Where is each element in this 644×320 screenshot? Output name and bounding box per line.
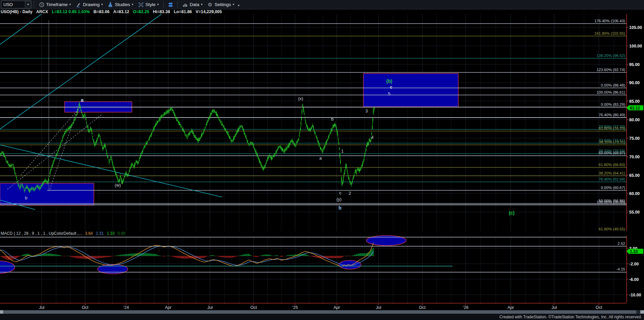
chevron-down-icon: ▾ — [101, 3, 103, 6]
toolbar-divider — [34, 1, 34, 8]
menu-style-label: Style — [145, 2, 155, 7]
symbol-combo[interactable]: USO ▾ — [1, 1, 31, 8]
status-text: Created with TradeStation. ©TradeStation… — [499, 315, 642, 319]
wave-label: 1 — [341, 149, 344, 154]
candlestick-series — [0, 101, 374, 193]
time-axis-label: '24 — [123, 305, 129, 310]
time-axis-label: Oct — [250, 305, 257, 310]
fib-label: 123.60% (92.74) — [597, 68, 625, 72]
candlestick-style-button[interactable] — [166, 1, 175, 8]
menu-timeframe[interactable]: Timeframe ▾ — [36, 0, 73, 9]
dashed-trendline[interactable] — [50, 104, 79, 189]
symbol-combo-arrow[interactable]: ▾ — [25, 1, 31, 8]
quote-header: USO(HB) - Daily ARCX L=83.12 0.85 1.03% … — [0, 9, 644, 14]
price-axis-label: 55.00 — [629, 210, 640, 215]
gear-icon: ⚙ — [207, 2, 213, 7]
wave-label: c — [390, 85, 392, 90]
wave-label: (b) — [386, 78, 392, 84]
toolbar: USO ▾ Timeframe ▾ Drawing ▾ Studies ▾ — [0, 0, 644, 9]
price-axis-label: -2.00 — [629, 262, 639, 266]
menu-drawing-label: Drawing — [83, 2, 100, 7]
chevron-down-icon: ▾ — [27, 3, 29, 6]
wave-label: b — [338, 205, 342, 211]
price-axis-label: 75.00 — [629, 136, 640, 141]
time-axis-label: Jul — [39, 305, 44, 310]
price-axis-label: 85.00 — [629, 99, 640, 104]
price-axis-label: -10.00 — [629, 293, 641, 297]
menu-data[interactable]: Data ▾ — [180, 0, 205, 9]
menu-style[interactable]: Style ▾ — [136, 0, 161, 9]
macd-indicator-header[interactable]: MACD ( 12 , 26 , 9 , 1 , 1 , UpColorDefa… — [1, 231, 126, 236]
menu-settings-label: Settings — [215, 2, 231, 7]
fib-lines — [0, 24, 627, 205]
pencil-icon — [76, 2, 81, 7]
scrollbar-left-cap[interactable] — [0, 310, 3, 314]
price-axis-label: -6.00 — [629, 277, 639, 282]
drawn-rectangle[interactable] — [0, 183, 94, 205]
wave-label: 3 — [365, 108, 368, 114]
time-axis-label: Jul — [551, 305, 557, 310]
drawn-ellipse[interactable] — [0, 261, 15, 274]
quote-low: Lo=81.86 — [174, 9, 192, 14]
menu-drawing[interactable]: Drawing ▾ — [73, 0, 105, 9]
wave-label: a — [319, 156, 322, 161]
clock-icon — [39, 2, 44, 7]
fib-label: 38.20% (64.41) — [599, 171, 625, 175]
price-axis-label: 100.00 — [629, 44, 642, 49]
time-axis-label: Oct — [419, 305, 426, 310]
dashed-trendline[interactable] — [7, 114, 103, 189]
toolbar-overflow-chevron[interactable]: ▾ — [238, 4, 240, 7]
menu-studies[interactable]: Studies ▾ — [105, 0, 136, 9]
macd-zero-value: 0.00 — [118, 231, 126, 236]
symbol-value: USO — [1, 2, 25, 7]
time-axis-label: '25 — [292, 305, 298, 310]
menu-settings[interactable]: ⚙ Settings ▾ — [205, 0, 237, 9]
quote-bid: B=83.06 — [94, 9, 110, 14]
menu-studies-label: Studies — [115, 2, 130, 7]
horizontal-scrollbar[interactable] — [0, 310, 644, 314]
chevron-down-icon: ▾ — [132, 3, 134, 6]
macd-avg-value: 2.31 — [96, 231, 104, 236]
wave-label: (c) — [509, 210, 514, 216]
chevron-down-icon: ▾ — [233, 3, 235, 6]
time-axis-label: Apr — [507, 305, 514, 310]
macd-value-tag: 1.33 — [627, 249, 643, 254]
fib-label: 0.00% (83.29) — [601, 102, 625, 106]
macd-value: 3.64 — [85, 231, 93, 236]
fib-label: 50.00% (69.97) — [599, 151, 625, 155]
drawn-rectangle[interactable] — [363, 73, 458, 107]
fib-label: 38.20% (73.11) — [599, 140, 625, 144]
dashed-trendline[interactable] — [21, 106, 81, 175]
scrollbar-thumb[interactable] — [4, 310, 636, 314]
wave-label: c — [339, 190, 342, 195]
quote-open: O=82.25 — [133, 9, 149, 14]
wave-label: (x) — [298, 96, 303, 101]
fib-label: 138.20% (96.52) — [597, 54, 625, 58]
fib-label: 61.80% (76.70) — [599, 126, 625, 130]
menu-timeframe-label: Timeframe — [46, 2, 68, 7]
wave-label: 5 — [388, 91, 390, 96]
status-bar: Created with TradeStation. ©TradeStation… — [0, 314, 644, 320]
time-axis-label: Apr — [333, 305, 340, 310]
wave-label: 4 — [371, 135, 373, 140]
macd-panel — [0, 235, 627, 274]
macd-params: MACD ( 12 , 26 , 9 , 1 , 1 , UpColorDefa… — [1, 231, 82, 236]
quote-high: Hi=83.38 — [153, 9, 170, 14]
quote-last: L=83.12 0.85 1.03% — [52, 9, 90, 14]
chevron-down-icon: ▾ — [201, 3, 203, 6]
macd-hline-label: 2.52 — [618, 242, 625, 246]
chevron-down-icon: ▾ — [157, 3, 159, 6]
fib-label: 0.00% (88.48) — [601, 83, 625, 87]
flask-icon — [108, 2, 113, 7]
svg-text:1.33: 1.33 — [630, 249, 638, 254]
price-axis-label: 95.00 — [629, 62, 640, 67]
price-axis-label: 105.00 — [629, 25, 642, 30]
bar-chart-icon — [182, 2, 188, 7]
candlestick-icon — [168, 2, 174, 8]
chart-canvas[interactable]: a(x)b(b)c5341ac2(y)b(w)b(c)105.00100.009… — [0, 0, 644, 320]
wave-label: a — [81, 97, 84, 103]
price-axis-label: 90.00 — [629, 81, 640, 85]
scrollbar-right-cap[interactable] — [640, 310, 644, 314]
trendline[interactable] — [0, 14, 41, 44]
time-axis-label: Jul — [376, 305, 381, 310]
